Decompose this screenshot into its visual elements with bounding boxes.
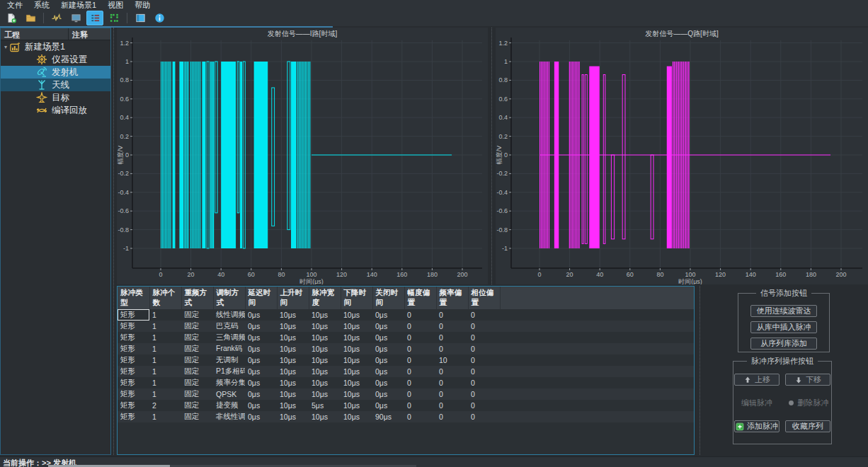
table-cell[interactable]: 0: [468, 411, 500, 422]
table-cell[interactable]: 0: [404, 354, 436, 366]
table-cell[interactable]: 固定: [181, 400, 213, 411]
table-cell[interactable]: 10μs: [277, 377, 309, 388]
table-cell[interactable]: 固定: [181, 309, 213, 321]
column-header[interactable]: 脉冲类型: [118, 287, 149, 309]
table-cell[interactable]: 0μs: [372, 388, 404, 400]
table-cell[interactable]: 线性调频: [213, 309, 245, 321]
table-cell[interactable]: QPSK: [213, 388, 245, 400]
table-cell[interactable]: 0: [404, 400, 436, 411]
menu-item-0[interactable]: 文件: [1, 0, 28, 10]
table-cell[interactable]: 0: [404, 321, 436, 332]
table-row[interactable]: 矩形1固定无调制0μs10μs10μs10μs0μs0100: [118, 354, 694, 366]
table-cell[interactable]: 0: [436, 366, 468, 377]
table-cell[interactable]: 1: [149, 332, 181, 343]
table-row[interactable]: 矩形1固定非线性调频0μs10μs10μs10μs90μs000: [118, 411, 694, 422]
add-pulse-button[interactable]: 添加脉冲: [734, 420, 780, 432]
table-panel-splitter[interactable]: [699, 286, 700, 455]
table-cell[interactable]: 10μs: [277, 321, 309, 332]
column-header[interactable]: 重频方式: [181, 287, 213, 309]
table-cell[interactable]: 0: [436, 332, 468, 343]
table-cell[interactable]: 矩形: [118, 354, 149, 366]
table-cell[interactable]: 10μs: [341, 343, 372, 354]
table-cell[interactable]: 10μs: [341, 309, 372, 321]
table-cell[interactable]: 10μs: [309, 388, 341, 400]
add-from-sequence-library-button[interactable]: 从序列库添加: [750, 338, 817, 350]
table-cell[interactable]: 非线性调频: [213, 411, 245, 422]
table-cell[interactable]: 矩形: [118, 377, 149, 388]
display-view-button[interactable]: [67, 11, 84, 25]
table-cell[interactable]: 0μs: [245, 377, 277, 388]
table-cell[interactable]: 固定: [181, 332, 213, 343]
table-row[interactable]: 矩形1固定频率分集0μs10μs10μs10μs0μs000: [118, 377, 694, 388]
use-cw-radar-button[interactable]: 使用连续波雷达: [750, 305, 817, 317]
table-cell[interactable]: 10μs: [309, 377, 341, 388]
save-sequence-button[interactable]: 收藏序列: [785, 420, 830, 432]
table-cell[interactable]: 0μs: [372, 332, 404, 343]
table-cell[interactable]: 0μs: [372, 343, 404, 354]
table-cell[interactable]: 0: [436, 343, 468, 354]
panel-view-button[interactable]: [132, 11, 149, 25]
edit-pulse-button[interactable]: 编辑脉冲: [734, 397, 780, 409]
table-cell[interactable]: 0μs: [245, 332, 277, 343]
table-cell[interactable]: 三角调频: [213, 332, 245, 343]
table-cell[interactable]: 0μs: [245, 388, 277, 400]
table-cell[interactable]: 1: [149, 321, 181, 332]
table-cell[interactable]: Frank码: [213, 343, 245, 354]
column-header[interactable]: 延迟时间: [245, 287, 277, 309]
table-cell[interactable]: 0μs: [245, 366, 277, 377]
table-cell[interactable]: 10μs: [277, 411, 309, 422]
menu-item-3[interactable]: 视图: [102, 0, 129, 10]
table-cell[interactable]: 固定: [181, 388, 213, 400]
table-cell[interactable]: 固定: [181, 411, 213, 422]
table-cell[interactable]: 10μs: [309, 343, 341, 354]
table-cell[interactable]: 10μs: [341, 354, 372, 366]
table-cell[interactable]: 0μs: [372, 377, 404, 388]
table-cell[interactable]: 固定: [181, 377, 213, 388]
sidebar-item-5[interactable]: 编译回放: [1, 104, 110, 117]
table-cell[interactable]: 5μs: [309, 400, 341, 411]
table-cell[interactable]: 0: [436, 388, 468, 400]
table-cell[interactable]: 10μs: [277, 400, 309, 411]
table-cell[interactable]: 0: [404, 309, 436, 321]
column-header[interactable]: 关闭时间: [372, 287, 404, 309]
table-cell[interactable]: 2: [149, 400, 181, 411]
table-cell[interactable]: 0μs: [372, 321, 404, 332]
table-row[interactable]: 矩形1固定三角调频0μs10μs10μs10μs0μs000: [118, 332, 694, 343]
table-cell[interactable]: 0: [404, 388, 436, 400]
table-cell[interactable]: 10μs: [341, 400, 372, 411]
sidebar-item-0[interactable]: ▾新建场景1: [1, 40, 110, 53]
column-header[interactable]: 相位偏置: [468, 287, 500, 309]
table-row[interactable]: 矩形1固定线性调频0μs10μs10μs10μs0μs000: [118, 309, 694, 321]
table-cell[interactable]: 10μs: [277, 343, 309, 354]
table-cell[interactable]: 无调制: [213, 354, 245, 366]
table-row[interactable]: 矩形1固定Frank码0μs10μs10μs10μs0μs000: [118, 343, 694, 354]
table-cell[interactable]: 0: [404, 332, 436, 343]
table-cell[interactable]: 0: [404, 366, 436, 377]
table-cell[interactable]: 0: [468, 400, 500, 411]
column-header[interactable]: 下降时间: [341, 287, 372, 309]
table-cell[interactable]: 0: [468, 343, 500, 354]
tree-expand-icon[interactable]: ▾: [2, 44, 9, 50]
table-cell[interactable]: 0: [436, 400, 468, 411]
table-cell[interactable]: 矩形: [118, 321, 149, 332]
move-up-button[interactable]: 上移: [734, 374, 780, 386]
table-cell[interactable]: 矩形: [118, 343, 149, 354]
table-cell[interactable]: 10: [436, 354, 468, 366]
table-cell[interactable]: 1: [149, 366, 181, 377]
open-file-button[interactable]: [22, 11, 39, 25]
table-cell[interactable]: 矩形: [118, 366, 149, 377]
table-cell[interactable]: 1: [149, 377, 181, 388]
table-cell[interactable]: 0: [436, 309, 468, 321]
expand-view-button[interactable]: [105, 11, 122, 25]
table-cell[interactable]: 巴克码: [213, 321, 245, 332]
table-cell[interactable]: 10μs: [309, 411, 341, 422]
table-cell[interactable]: 10μs: [277, 332, 309, 343]
sidebar-item-3[interactable]: 天线: [1, 79, 110, 91]
table-cell[interactable]: 0: [404, 343, 436, 354]
table-row[interactable]: 矩形1固定P1多相码0μs10μs10μs10μs0μs000: [118, 366, 694, 377]
column-header[interactable]: 脉冲宽度: [309, 287, 341, 309]
table-cell[interactable]: 10μs: [277, 366, 309, 377]
table-cell[interactable]: 0: [468, 309, 500, 321]
table-cell[interactable]: 10μs: [341, 321, 372, 332]
insert-pulse-from-library-button[interactable]: 从库中插入脉冲: [750, 321, 817, 333]
